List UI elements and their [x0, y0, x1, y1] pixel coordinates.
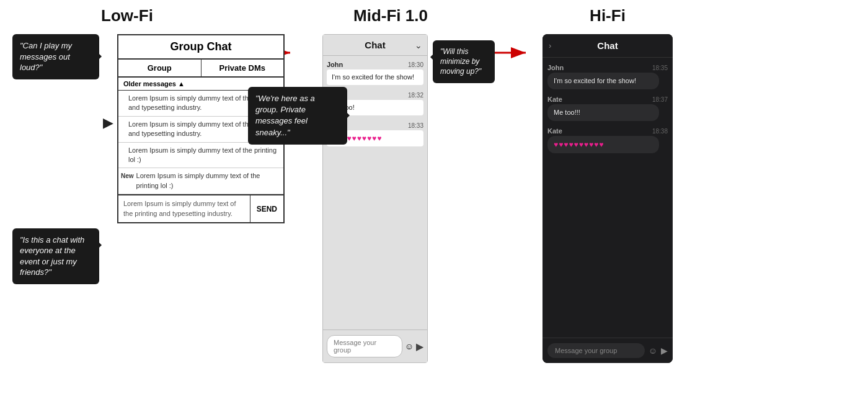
midfi-msg-time: 18:30 [408, 61, 423, 68]
hifi-msg-bubble: I'm so excited for the show! [547, 73, 659, 89]
midfi-msg-time: 18:32 [408, 92, 423, 99]
hifi-msg-bubble: ♥♥♥♥♥♥♥♥♥♥ [547, 136, 659, 153]
lowfi-input-text[interactable]: Lorem Ipsum is simply dummy text of the … [118, 195, 250, 222]
annotation-bottom-text: "Is this a chat with everyone at the eve… [20, 235, 84, 277]
hearts: ♥♥♥♥♥♥♥♥♥♥ [554, 140, 604, 149]
hifi-msg-sender: Kate [547, 127, 562, 135]
hifi-messages: John 18:35 I'm so excited for the show! … [542, 58, 673, 338]
hifi-chat-header: › Chat [542, 34, 673, 58]
annotation-bubble-bottom: "Is this a chat with everyone at the eve… [12, 228, 99, 284]
lowfi-content: "Can I play my messages out loud?" "Is t… [12, 34, 242, 284]
hifi-msg-meta: Kate 18:38 [547, 127, 668, 135]
hifi-chat-mockup: › Chat John 18:35 I'm so excited for the… [542, 34, 673, 363]
new-badge: New [121, 171, 134, 191]
midfi-input-row: Message your group ☺ ▶ [323, 330, 427, 362]
midfi-emoji-icon[interactable]: ☺ [405, 341, 414, 351]
midfi-minimize-annotation-text: "Will this minimize by moving up?" [440, 47, 481, 76]
midfi-group-annotation-text: "We're here as a group. Private messages… [255, 94, 315, 137]
midfi-title: Mid-Fi 1.0 [353, 6, 428, 25]
hifi-msg-time: 18:37 [652, 96, 668, 103]
lowfi-tab-private[interactable]: Private DMs [202, 60, 284, 76]
hifi-section: Hi-Fi › Chat John 18:35 I'm so excited f… [539, 6, 676, 363]
new-message-text: Lorem Ipsum is simply dummy text of the … [136, 171, 278, 191]
midfi-group-annotation: "We're here as a group. Private messages… [248, 87, 347, 145]
lowfi-send-button[interactable]: SEND [250, 195, 283, 222]
lowfi-tab-group[interactable]: Group [118, 60, 202, 76]
midfi-message-row: John 18:30 I'm so excited for the show! [327, 61, 423, 85]
midfi-chat-mockup: Chat ⌄ John 18:30 I'm so excited for the… [322, 34, 428, 363]
lowfi-chat-title: Group Chat [118, 35, 283, 60]
midfi-msg-meta: John 18:30 [327, 61, 423, 68]
hifi-msg-meta: John 18:35 [547, 64, 668, 71]
midfi-section: Mid-Fi 1.0 "We're here as a group. Priva… [304, 6, 477, 363]
lowfi-input-area: Lorem Ipsum is simply dummy text of the … [118, 194, 283, 222]
midfi-msg-bubble: I'm so excited for the show! [327, 69, 423, 85]
play-arrow-icon: ▶ [103, 115, 113, 131]
list-item: New Lorem Ipsum is simply dummy text of … [118, 168, 283, 194]
hifi-title: Hi-Fi [590, 6, 626, 25]
midfi-send-icon[interactable]: ▶ [416, 341, 423, 352]
hifi-msg-sender: John [547, 64, 564, 71]
hifi-input-field[interactable]: Message your group [547, 343, 645, 358]
midfi-chat-header: Chat ⌄ [323, 35, 427, 56]
hifi-back-icon[interactable]: › [549, 41, 551, 50]
midfi-msg-sender: John [327, 61, 343, 68]
midfi-minimize-annotation: "Will this minimize by moving up?" [433, 40, 495, 83]
annotation-bubble-top: "Can I play my messages out loud?" [12, 34, 99, 79]
hifi-msg-bubble: Me too!!! [547, 104, 659, 121]
midfi-msg-time: 18:33 [408, 122, 423, 129]
hifi-input-placeholder: Message your group [555, 347, 617, 354]
midfi-input-field[interactable]: Message your group [327, 335, 402, 357]
lowfi-tabs: Group Private DMs [118, 60, 283, 78]
hifi-msg-meta: Kate 18:37 [547, 96, 668, 103]
midfi-chevron-icon[interactable]: ⌄ [415, 40, 422, 50]
midfi-chat-title: Chat [365, 40, 385, 50]
hifi-msg-sender: Kate [547, 96, 562, 103]
midfi-input-placeholder: Message your group [334, 339, 376, 354]
list-item: Lorem Ipsum is simply dummy text of the … [118, 143, 283, 169]
hifi-send-icon[interactable]: ▶ [661, 346, 668, 356]
midfi-content: Chat ⌄ John 18:30 I'm so excited for the… [322, 34, 496, 363]
hifi-input-row: Message your group ☺ ▶ [542, 338, 673, 363]
hifi-msg-time: 18:35 [652, 65, 668, 71]
hifi-message-row: Kate 18:38 ♥♥♥♥♥♥♥♥♥♥ [547, 127, 668, 153]
lowfi-left-annotations: "Can I play my messages out loud?" "Is t… [12, 34, 99, 284]
hifi-message-row: John 18:35 I'm so excited for the show! [547, 64, 668, 89]
annotation-top-text: "Can I play my messages out loud?" [20, 41, 72, 72]
lowfi-title: Low-Fi [101, 6, 153, 25]
hifi-message-row: Kate 18:37 Me too!!! [547, 96, 668, 121]
lowfi-section: Low-Fi "Can I play my messages out loud?… [12, 6, 242, 284]
hifi-chat-title: Chat [597, 40, 618, 51]
hifi-msg-time: 18:38 [652, 128, 668, 135]
main-container: Low-Fi "Can I play my messages out loud?… [0, 0, 868, 399]
hifi-emoji-icon[interactable]: ☺ [649, 346, 657, 356]
midfi-right-annotations: "Will this minimize by moving up?" [433, 34, 495, 83]
